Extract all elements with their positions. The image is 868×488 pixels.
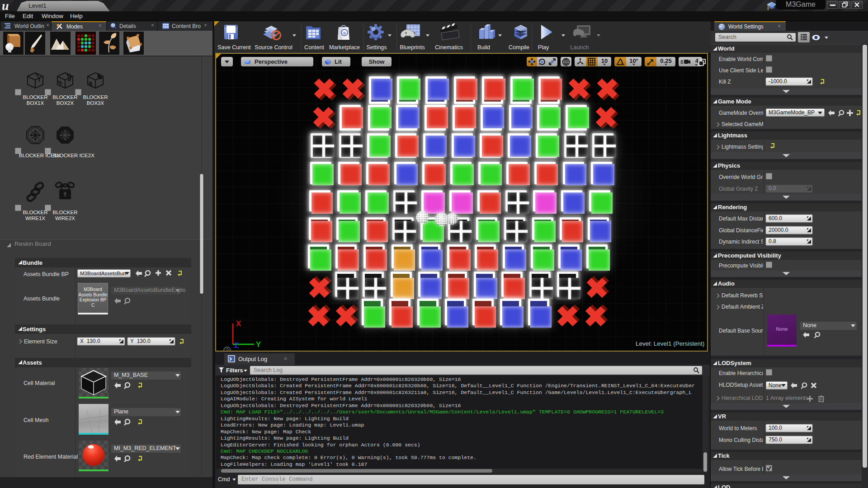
svg-text:u: u <box>343 30 346 35</box>
svg-text:Z: Z <box>234 341 239 350</box>
svg-text:Y: Y <box>256 340 261 349</box>
svg-text:X: X <box>236 319 241 328</box>
